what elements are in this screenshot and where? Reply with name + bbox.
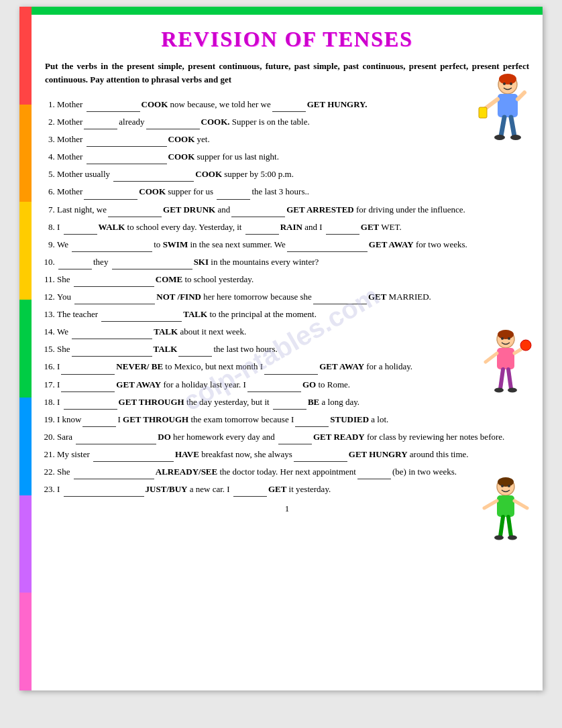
ex-11-text: She COME to school yesterday.	[57, 274, 254, 284]
list-item: Mother COOK yet.	[57, 131, 529, 147]
blank-20b[interactable]	[278, 429, 312, 444]
ex-3-text: Mother COOK yet.	[57, 134, 210, 144]
list-item: My sister HAVE breakfast now, she always…	[57, 446, 529, 462]
svg-line-19	[500, 369, 503, 389]
list-item: The teacher TALK to the principal at the…	[57, 306, 529, 322]
blank-6b[interactable]	[217, 184, 250, 199]
svg-point-9	[494, 135, 505, 140]
list-item: Mother COOK supper for us the last 3 hou…	[57, 184, 529, 199]
top-green-bar	[32, 7, 543, 15]
blank-8c[interactable]	[326, 219, 359, 235]
strip-3	[19, 202, 32, 300]
blank-20a[interactable]	[76, 429, 156, 444]
svg-point-27	[508, 485, 510, 487]
svg-line-7	[501, 117, 504, 136]
ex-14-text: We TALK about it next week.	[57, 326, 246, 337]
list-item: Mother COOK supper for us last night.	[57, 149, 529, 164]
blank-18b[interactable]	[273, 394, 306, 410]
exercises-section: Mother COOK now because, we told her we …	[45, 97, 529, 497]
blank-12a[interactable]	[74, 289, 155, 304]
svg-rect-4	[498, 94, 518, 117]
list-item: She TALK the last two hours.	[57, 341, 529, 357]
blank-21b[interactable]	[294, 446, 347, 462]
ex-16-text: I NEVER/ BE to Mexico, but next month I …	[57, 361, 412, 371]
svg-point-33	[494, 536, 504, 540]
strip-7	[19, 593, 32, 690]
blank-23b[interactable]	[233, 481, 267, 497]
list-item: I WALK to school every day. Yesterday, i…	[57, 219, 529, 235]
blank-17b[interactable]	[247, 377, 301, 392]
ex-21-text: My sister HAVE breakfast now, she always…	[57, 449, 469, 459]
blank-6a[interactable]	[84, 184, 137, 199]
svg-line-20	[508, 369, 511, 389]
blank-22b[interactable]	[357, 464, 391, 479]
blank-7a[interactable]	[108, 202, 162, 217]
blank-23a[interactable]	[64, 481, 144, 497]
svg-rect-28	[497, 495, 514, 517]
ex-8-text: I WALK to school every day. Yesterday, i…	[57, 222, 402, 232]
ex-10-text: they SKI in the mountains every winter?	[57, 257, 319, 267]
ex-15-text: She TALK the last two hours.	[57, 344, 278, 354]
blank-12b[interactable]	[313, 289, 367, 304]
blank-1a[interactable]	[87, 97, 140, 112]
blank-13[interactable]	[101, 306, 182, 322]
blank-16b[interactable]	[264, 359, 318, 374]
page-title: REVISION OF TENSES	[45, 27, 529, 52]
blank-4[interactable]	[87, 149, 167, 164]
exercise-list: Mother COOK now because, we told her we …	[45, 97, 529, 497]
left-border-strips	[19, 7, 32, 690]
svg-rect-11	[479, 107, 487, 118]
svg-line-31	[500, 517, 503, 536]
page-number: 1	[45, 503, 529, 514]
ex-19-text: I know I GET THROUGH the exam tomorrow b…	[57, 414, 388, 424]
blank-15b[interactable]	[178, 341, 212, 357]
svg-line-32	[508, 517, 511, 536]
list-item: Mother already COOK. Supper is on the ta…	[57, 114, 529, 129]
blank-10b[interactable]	[112, 254, 192, 269]
blank-11[interactable]	[74, 271, 154, 287]
ex-5-text: Mother usually COOK supper by 5:00 p.m.	[57, 169, 294, 179]
cartoon-illustration-bottom	[479, 476, 532, 543]
svg-point-23	[520, 340, 531, 351]
blank-9a[interactable]	[72, 237, 152, 252]
svg-line-30	[514, 501, 527, 508]
list-item: We to SWIM in the sea next summer. We GE…	[57, 237, 529, 252]
svg-line-17	[486, 353, 497, 362]
blank-3[interactable]	[87, 131, 167, 147]
ex-12-text: You NOT /FIND her here tomorrow because …	[57, 292, 431, 302]
svg-point-14	[501, 337, 504, 340]
worksheet-page: colp-ntables.com	[19, 7, 543, 690]
svg-point-22	[508, 388, 517, 393]
blank-5[interactable]	[113, 166, 194, 182]
blank-19b[interactable]	[295, 412, 329, 427]
blank-8a[interactable]	[64, 219, 97, 235]
svg-point-1	[499, 74, 516, 84]
blank-9b[interactable]	[287, 237, 368, 252]
blank-16a[interactable]	[61, 359, 115, 374]
svg-point-34	[508, 536, 517, 540]
blank-17a[interactable]	[61, 377, 115, 392]
list-item: Last night, we GET DRUNK and GET ARRESTE…	[57, 202, 529, 217]
page-content: REVISION OF TENSES Put the verbs in the …	[32, 15, 543, 528]
strip-5	[19, 398, 32, 495]
blank-10a[interactable]	[58, 254, 92, 269]
blank-18a[interactable]	[64, 394, 117, 410]
svg-line-8	[511, 117, 514, 136]
ex-4-text: Mother COOK supper for us last night.	[57, 151, 279, 162]
ex-2-text: Mother already COOK. Supper is on the ta…	[57, 117, 310, 127]
list-item: I JUST/BUY a new car. I GET it yesterday…	[57, 481, 529, 497]
blank-8b[interactable]	[245, 219, 279, 235]
cartoon-illustration-top	[469, 70, 529, 144]
blank-15a[interactable]	[72, 341, 152, 357]
blank-14[interactable]	[72, 324, 152, 339]
ex-17-text: I GET AWAY for a holiday last year. I GO…	[57, 379, 350, 389]
strip-6	[19, 495, 32, 593]
blank-22a[interactable]	[74, 464, 154, 479]
blank-19a[interactable]	[82, 412, 116, 427]
ex-20-text: Sara DO her homework every day and GET R…	[57, 432, 504, 442]
blank-2a[interactable]	[84, 114, 117, 129]
blank-2b[interactable]	[146, 114, 200, 129]
blank-21a[interactable]	[93, 446, 174, 462]
blank-1b[interactable]	[272, 97, 306, 112]
blank-7b[interactable]	[231, 202, 285, 217]
